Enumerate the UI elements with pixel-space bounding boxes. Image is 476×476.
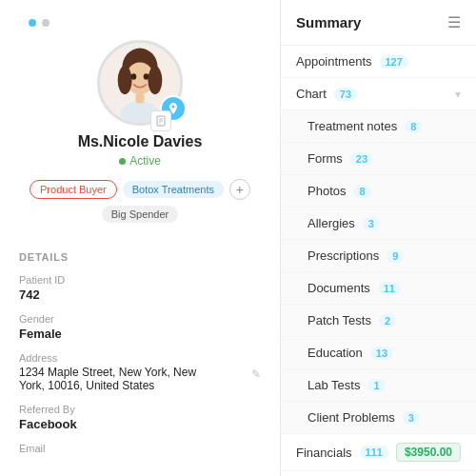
nav-chart[interactable]: Chart 73 ▾ — [281, 78, 476, 110]
email-item: Email — [19, 443, 261, 454]
nav-treatment-left: Treatment notes 8 — [307, 119, 422, 133]
nav-client-problems-label: Client Problems — [307, 410, 395, 425]
edit-address-icon[interactable]: ✎ — [251, 367, 261, 381]
nav-appointments-count: 127 — [380, 55, 408, 69]
status-dot — [119, 158, 126, 165]
nav-chart-label: Chart — [296, 87, 327, 101]
nav-chart-count: 73 — [334, 88, 357, 101]
right-header: Summary ☰ — [281, 0, 476, 46]
svg-point-5 — [131, 73, 137, 80]
nav-appointments-left: Appointments 127 — [296, 54, 408, 69]
nav-allergies[interactable]: Allergies 3 — [281, 208, 476, 240]
nav-documents[interactable]: Documents 11 — [281, 272, 476, 305]
nav-allergies-count: 3 — [363, 217, 380, 230]
details-title: DETAILS — [19, 251, 261, 263]
nav-appointments[interactable]: Appointments 127 — [281, 46, 476, 78]
nav-prescriptions-count: 9 — [387, 249, 404, 263]
nav-prescriptions[interactable]: Prescriptions 9 — [281, 240, 476, 272]
nav-education[interactable]: Education 13 — [281, 337, 476, 369]
nav-education-label: Education — [307, 346, 363, 360]
referred-by-value: Facebook — [19, 417, 261, 431]
nav-forms-count: 23 — [350, 152, 373, 166]
summary-title: Summary — [296, 14, 361, 30]
add-tag-button[interactable]: + — [229, 179, 250, 200]
nav-treatment-notes[interactable]: Treatment notes 8 — [281, 110, 476, 143]
nav-chart-left: Chart 73 — [296, 87, 357, 101]
left-panel: Ms.Nicole Davies Active Product Buyer Bo… — [0, 0, 281, 476]
patient-name: Ms.Nicole Davies — [78, 133, 203, 150]
email-label: Email — [19, 443, 261, 454]
nav-lab-tests[interactable]: Lab Tests 1 — [281, 369, 476, 402]
avatar-wrapper — [97, 40, 183, 126]
svg-point-6 — [144, 73, 149, 80]
nav-forms-left: Forms 23 — [307, 151, 373, 166]
nav-photos[interactable]: Photos 8 — [281, 175, 476, 208]
profile-header: Ms.Nicole Davies Active Product Buyer Bo… — [0, 0, 280, 238]
gender-value: Female — [19, 327, 261, 341]
tag-product-buyer[interactable]: Product Buyer — [30, 180, 117, 199]
referred-by-label: Referred By — [19, 404, 261, 415]
right-panel: Summary ☰ Appointments 127 Chart 73 ▾ Tr… — [281, 0, 476, 476]
nav-financials[interactable]: Financials 111 $3950.00 — [281, 434, 476, 471]
nav-client-problems-count: 3 — [403, 411, 420, 425]
menu-icon[interactable]: ☰ — [447, 13, 461, 31]
nav-financials-count: 111 — [360, 446, 388, 459]
nav-photos-count: 8 — [353, 185, 370, 198]
nav-treatment-count: 8 — [405, 120, 422, 133]
details-section: DETAILS Patient ID 742 Gender Female Add… — [0, 238, 280, 454]
status-badge: Active — [119, 154, 161, 168]
nav-client-problems[interactable]: Client Problems 3 — [281, 402, 476, 434]
gender-label: Gender — [19, 313, 261, 325]
nav-education-left: Education 13 — [307, 346, 393, 360]
nav-appointments-label: Appointments — [296, 54, 372, 69]
svg-rect-8 — [135, 92, 144, 103]
referred-by-item: Referred By Facebook — [19, 404, 261, 431]
address-item: Address 1234 Maple Street, New York, New… — [19, 352, 261, 392]
nav-patch-count: 2 — [379, 314, 396, 327]
nav-client-problems-left: Client Problems 3 — [307, 410, 420, 425]
nav-chart-chevron: ▾ — [455, 88, 461, 101]
dot-active[interactable] — [29, 19, 36, 27]
status-label: Active — [129, 154, 161, 168]
nav-lab-label: Lab Tests — [307, 378, 360, 392]
nav-allergies-left: Allergies 3 — [307, 216, 380, 230]
financial-value: $3950.00 — [396, 443, 461, 462]
tags-row: Product Buyer Botox Treatments + — [30, 179, 250, 200]
address-value: 1234 Maple Street, New York, New York, 1… — [19, 366, 209, 392]
address-row: 1234 Maple Street, New York, New York, 1… — [19, 366, 261, 392]
nav-patch-left: Patch Tests 2 — [307, 313, 396, 327]
svg-point-4 — [148, 66, 162, 94]
nav-documents-count: 11 — [378, 282, 401, 295]
file-badge — [150, 110, 171, 131]
nav-treatment-label: Treatment notes — [307, 119, 397, 133]
nav-lab-count: 1 — [367, 379, 385, 392]
dots-nav — [19, 19, 50, 27]
patient-id-label: Patient ID — [19, 274, 261, 286]
nav-photos-left: Photos 8 — [307, 184, 371, 198]
nav-patch-label: Patch Tests — [307, 313, 371, 327]
patient-id-item: Patient ID 742 — [19, 274, 261, 302]
nav-lab-left: Lab Tests 1 — [307, 378, 386, 392]
tag-big-spender[interactable]: Big Spender — [102, 206, 179, 223]
nav-financials-left: Financials 111 — [296, 446, 388, 460]
dot-inactive[interactable] — [42, 19, 50, 27]
nav-patch-tests[interactable]: Patch Tests 2 — [281, 305, 476, 337]
nav-documents-label: Documents — [307, 281, 370, 295]
patient-id-value: 742 — [19, 288, 261, 302]
nav-financials-label: Financials — [296, 446, 352, 460]
gender-item: Gender Female — [19, 313, 261, 341]
nav-photos-label: Photos — [307, 184, 346, 198]
nav-allergies-label: Allergies — [307, 216, 355, 230]
nav-education-count: 13 — [370, 347, 393, 360]
nav-prescriptions-label: Prescriptions — [307, 248, 379, 263]
nav-prescriptions-left: Prescriptions 9 — [307, 248, 404, 263]
nav-documents-left: Documents 11 — [307, 281, 401, 295]
svg-point-3 — [118, 66, 132, 94]
nav-packages[interactable]: Packages 0 — [281, 471, 476, 476]
nav-forms[interactable]: Forms 23 — [281, 143, 476, 175]
address-label: Address — [19, 352, 261, 364]
tags-row-2: Big Spender — [102, 206, 179, 223]
tag-botox[interactable]: Botox Treatments — [123, 181, 224, 198]
nav-forms-label: Forms — [307, 151, 343, 166]
